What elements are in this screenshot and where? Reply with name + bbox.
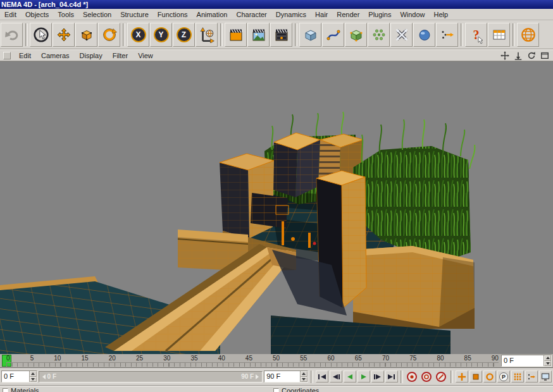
keyframe-selection-button[interactable] <box>435 371 448 383</box>
menu-selection[interactable]: Selection <box>78 9 116 20</box>
lock-x-icon: X <box>131 27 146 42</box>
timeline-ruler[interactable]: 0 5 10 15 20 25 30 35 40 45 50 55 60 65 … <box>0 354 553 368</box>
record-position-toggle[interactable] <box>456 371 468 383</box>
move-tool-icon <box>56 27 71 42</box>
materials-panel-header[interactable]: Materials <box>3 387 39 392</box>
add-environment-icon <box>417 27 432 42</box>
coordinate-system-button[interactable] <box>196 23 218 47</box>
help-button[interactable]: ? <box>465 23 487 47</box>
move-tool-button[interactable] <box>53 23 75 47</box>
previous-key-button[interactable] <box>330 371 342 383</box>
menu-plugins[interactable]: Plugins <box>364 9 395 20</box>
down-arrow-icon <box>302 378 306 381</box>
spinner-down-button[interactable] <box>30 377 37 383</box>
menu-edit[interactable]: Edit <box>0 9 21 20</box>
rotate-view-icon <box>527 51 536 60</box>
z-axis-label: Z <box>182 30 186 39</box>
rotate-tool-button[interactable] <box>98 23 120 47</box>
add-particles-button[interactable] <box>436 23 458 47</box>
render-picture-viewer-button[interactable] <box>247 23 270 47</box>
timeline-tick: 40 <box>218 355 225 362</box>
vp-menu-view[interactable]: View <box>133 51 158 61</box>
maximize-view-button[interactable] <box>539 51 550 60</box>
record-scale-toggle[interactable] <box>469 371 482 383</box>
menu-hair[interactable]: Hair <box>311 9 332 20</box>
add-array-button[interactable] <box>368 23 390 47</box>
coordinates-panel-header[interactable]: Coordinates <box>273 387 319 392</box>
maximize-view-icon <box>540 51 549 60</box>
pan-view-button[interactable] <box>499 51 510 60</box>
add-deformer-button[interactable] <box>390 23 413 47</box>
viewport-bar-grip[interactable] <box>3 52 11 59</box>
spinner-up-button[interactable] <box>301 371 308 377</box>
pan-view-icon <box>500 51 509 60</box>
vp-menu-cameras[interactable]: Cameras <box>36 51 75 61</box>
coordinates-checkbox[interactable] <box>273 388 279 392</box>
timeline-tick-labels: 0 5 10 15 20 25 30 35 40 45 50 55 60 65 … <box>6 355 499 362</box>
range-end-spinner[interactable]: 90 F <box>264 371 308 383</box>
menu-window[interactable]: Window <box>395 9 429 20</box>
materials-label: Materials <box>11 387 39 392</box>
layout-button[interactable] <box>488 23 510 47</box>
materials-checkbox[interactable] <box>3 388 8 392</box>
add-spline-button[interactable] <box>322 23 344 47</box>
menu-animation[interactable]: Animation <box>192 9 232 20</box>
record-rotation-toggle[interactable] <box>483 371 496 383</box>
undo-button[interactable] <box>1 23 23 47</box>
menu-render[interactable]: Render <box>332 9 364 20</box>
lock-x-axis-button[interactable]: X <box>127 23 149 47</box>
range-right-arrow-icon <box>256 374 259 379</box>
record-pla-icon <box>513 372 522 381</box>
goto-end-button[interactable] <box>385 371 398 383</box>
next-key-button[interactable] <box>371 371 384 383</box>
interface-toggle-button[interactable] <box>539 371 552 383</box>
add-environment-button[interactable] <box>413 23 435 47</box>
add-instance-button[interactable] <box>345 23 367 47</box>
add-cube-button[interactable] <box>299 23 321 47</box>
current-frame-spinner[interactable]: 0 F <box>501 355 552 367</box>
record-parameter-icon: P <box>499 372 508 381</box>
rotate-view-button[interactable] <box>526 51 537 60</box>
goto-start-button[interactable] <box>316 371 328 383</box>
cinema4d-window: NEMA 4D - [arch_04.c4d *] Edit Objects T… <box>0 0 553 392</box>
record-keyframe-button[interactable] <box>406 371 419 383</box>
vp-menu-filter[interactable]: Filter <box>108 51 133 61</box>
render-settings-button[interactable] <box>270 23 292 47</box>
lock-y-axis-button[interactable]: Y <box>150 23 172 47</box>
timeline-tick: 25 <box>136 355 143 362</box>
menu-help[interactable]: Help <box>430 9 453 20</box>
render-view-button[interactable] <box>225 23 247 47</box>
record-parameter-toggle[interactable]: P <box>497 371 510 383</box>
viewport-canvas <box>0 61 553 354</box>
lock-z-axis-button[interactable]: Z <box>173 23 195 47</box>
record-pla-toggle[interactable] <box>511 371 524 383</box>
viewport-3d[interactable] <box>0 61 553 354</box>
vp-menu-display[interactable]: Display <box>75 51 108 61</box>
spinner-down-button[interactable] <box>301 377 308 383</box>
menu-objects[interactable]: Objects <box>21 9 53 20</box>
timeline-range-slider[interactable]: 0 F 90 F <box>39 371 263 383</box>
title-bar[interactable]: NEMA 4D - [arch_04.c4d *] <box>0 0 553 9</box>
scale-tool-icon <box>79 27 94 42</box>
zoom-view-button[interactable] <box>513 51 523 60</box>
spinner-up-button[interactable] <box>30 371 37 377</box>
live-selection-button[interactable] <box>30 23 52 47</box>
menu-tools[interactable]: Tools <box>53 9 78 20</box>
play-sound-toggle[interactable] <box>525 371 538 383</box>
vp-menu-edit[interactable]: Edit <box>14 51 36 61</box>
play-forwards-button[interactable] <box>357 371 370 383</box>
range-start-spinner[interactable]: 0 F <box>1 371 37 383</box>
autokey-button[interactable] <box>420 371 433 383</box>
keyframe-selection-icon <box>435 371 447 383</box>
menu-structure[interactable]: Structure <box>116 9 153 20</box>
scale-tool-button[interactable] <box>75 23 97 47</box>
menu-character[interactable]: Character <box>232 9 271 20</box>
spinner-up-button[interactable] <box>544 355 551 361</box>
down-arrow-icon <box>31 378 35 381</box>
spinner-down-button[interactable] <box>544 361 551 367</box>
online-help-button[interactable] <box>517 23 539 47</box>
render-view-icon <box>228 27 244 42</box>
play-backwards-button[interactable] <box>344 371 356 383</box>
menu-functions[interactable]: Functions <box>153 9 192 20</box>
menu-dynamics[interactable]: Dynamics <box>271 9 311 20</box>
